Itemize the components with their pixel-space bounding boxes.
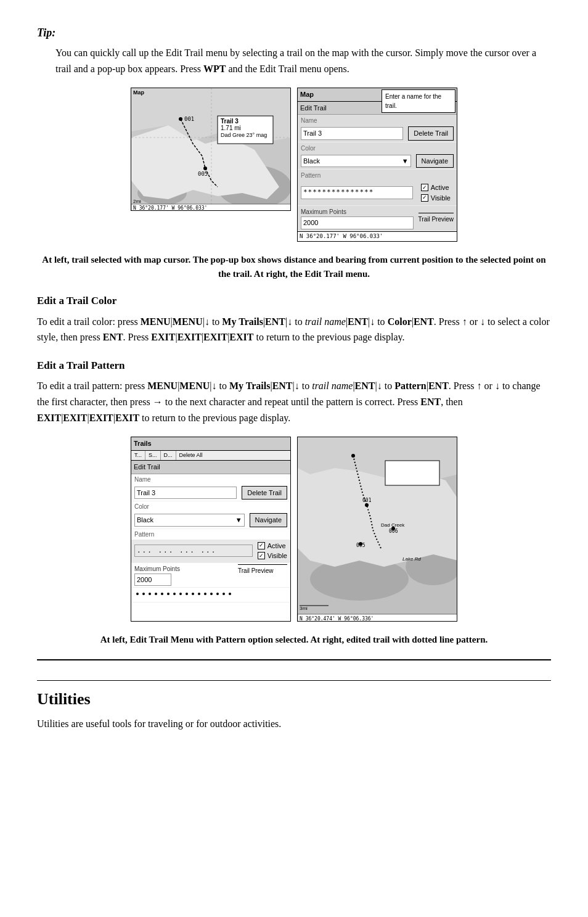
svg-text:1.71 mi: 1.71 mi [221, 125, 241, 131]
right-map-screenshot-2: Map Trail 3 2.24 mi 29° mag 001 Dad Cree… [297, 437, 457, 622]
ent-key-1: ENT [265, 316, 285, 327]
exit-key-1: EXIT [151, 332, 175, 342]
pattern-field-2[interactable]: ... ... ... ... [134, 545, 253, 557]
pattern-label: Pattern [298, 170, 457, 180]
max-points-label-2: Maximum Points [134, 564, 233, 574]
svg-point-34 [229, 593, 231, 595]
tab-4: Delete All [176, 451, 206, 461]
right-map-svg-2: Map Trail 3 2.24 mi 29° mag 001 Dad Cree… [298, 437, 457, 622]
visible-checkbox-2[interactable]: ✓ Visible [258, 551, 287, 561]
svg-point-31 [210, 593, 213, 595]
left-map-svg: Trail 3 1.71 mi Dad Gree 23° mag 001 005… [131, 88, 291, 211]
caption-1: At left, trail selected with map cursor.… [37, 253, 551, 281]
svg-point-25 [173, 593, 176, 595]
color-field[interactable]: Black ▼ [301, 155, 411, 168]
pattern-field[interactable]: *************** [301, 186, 413, 199]
svg-text:Map: Map [133, 89, 145, 96]
exit-key-p4: EXIT [115, 413, 139, 423]
trails-menu-title: Trails [134, 440, 152, 447]
svg-text:N 36°20.177'  W 96°06.033': N 36°20.177' W 96°06.033' [133, 205, 207, 211]
name-field[interactable]: Trail 3 [301, 127, 403, 140]
svg-text:Trail 3: Trail 3 [221, 118, 239, 125]
trail-preview-dots [131, 588, 290, 602]
color-row-2: Black ▼ Navigate [131, 512, 290, 529]
name-field-2[interactable]: Trail 3 [134, 487, 237, 500]
tip-wpt: WPT [203, 64, 226, 74]
trail-preview-label: Trail Preview [419, 213, 454, 224]
svg-point-32 [216, 593, 219, 595]
screenshots-row-1: Trail 3 1.71 mi Dad Gree 23° mag 001 005… [37, 88, 551, 242]
svg-point-27 [186, 593, 188, 595]
max-points-field[interactable]: 2000 [301, 216, 414, 229]
svg-point-26 [179, 593, 182, 595]
svg-point-11 [179, 117, 182, 121]
ent-key-3: ENT [414, 316, 434, 327]
svg-text:N 36°20.474'  W 96°06.336': N 36°20.474' W 96°06.336' [300, 616, 374, 622]
coords-text: N 36°20.177' W 96°06.033' [300, 232, 383, 241]
section-pattern-body: To edit a trail pattern: press MENU|MENU… [37, 378, 551, 426]
menu-key-1: MENU [141, 316, 171, 327]
svg-point-22 [155, 593, 157, 595]
section-heading-pattern: Edit a Trail Pattern [37, 358, 551, 374]
pattern-label-2: Pattern [131, 529, 290, 540]
max-points-field-2[interactable]: 2000 [134, 574, 171, 586]
name-label-2: Name [131, 474, 290, 485]
svg-point-29 [198, 593, 200, 595]
coords-bar-right: N 36°20.177' W 96°06.033' [298, 231, 457, 242]
empty-row [131, 602, 290, 611]
screenshots-row-2: Trails T... S... D... Delete All Edit Tr… [37, 437, 551, 622]
svg-point-50 [391, 527, 395, 530]
tab-1: T... [131, 451, 145, 461]
menu-key-2: MENU [173, 316, 203, 327]
left-map-screenshot: Trail 3 1.71 mi Dad Gree 23° mag 001 005… [131, 88, 291, 211]
tip-section: Tip: You can quickly call up the Edit Tr… [37, 25, 551, 76]
trails-menu-screenshot: Trails T... S... D... Delete All Edit Tr… [131, 437, 291, 622]
tooltip-box: Enter a name for the trail. [382, 89, 455, 113]
active-checkbox[interactable]: ✓ Active [421, 183, 451, 193]
section-heading-color: Edit a Trail Color [37, 293, 551, 309]
active-checkbox-2[interactable]: ✓ Active [258, 541, 287, 551]
svg-point-20 [142, 593, 145, 595]
exit-key-2: EXIT [178, 332, 202, 342]
tab-3: D... [161, 451, 176, 461]
navigate-btn[interactable]: Navigate [416, 154, 454, 168]
svg-text:Lake Rd: Lake Rd [402, 556, 421, 562]
my-trails-key: My Trails [222, 316, 263, 327]
max-points-label: Maximum Points [301, 207, 414, 216]
color-label-2: Color [131, 501, 290, 512]
ent-key-p3: ENT [428, 380, 449, 391]
svg-point-24 [167, 593, 169, 595]
color-field-2[interactable]: Black ▼ [134, 514, 245, 527]
pattern-key: Pattern [394, 380, 427, 391]
tab-2: S... [145, 451, 161, 461]
caption-2: At left, Edit Trail Menu with Pattern op… [37, 633, 551, 647]
edit-trail-title: Edit Trail [300, 104, 327, 112]
color-row: Black ▼ Navigate [298, 153, 457, 170]
tooltip-text: Enter a name for the trail. [385, 93, 441, 109]
pattern-row: *************** ✓ Active ✓ Visible [298, 180, 457, 206]
svg-text:Dad Gree 23° mag: Dad Gree 23° mag [221, 132, 267, 138]
utilities-text: Utilities are useful tools for traveling… [37, 716, 551, 732]
edit-trail-label-2: Edit Trail [134, 463, 160, 471]
tip-text: You can quickly call up the Edit Trail m… [55, 45, 551, 76]
preview-dots-svg [134, 591, 282, 597]
name-label: Name [298, 115, 457, 125]
section-color-body: To edit a trail color: press MENU|MENU|↓… [37, 314, 551, 345]
right-edit-trail: Map Enter a name for the trail. Edit Tra… [297, 88, 457, 242]
navigate-btn-2[interactable]: Navigate [250, 513, 287, 527]
delete-trail-btn[interactable]: Delete Trail [408, 126, 454, 141]
trail-name-italic: trail name [305, 316, 346, 327]
exit-key-p3: EXIT [89, 413, 113, 423]
svg-point-19 [136, 593, 139, 595]
or-text: or [470, 316, 478, 327]
color-label: Color [298, 142, 457, 153]
checkboxes: ✓ Active ✓ Visible [418, 181, 454, 204]
tip-label: Tip: [37, 25, 551, 41]
ent-key-4: ENT [103, 332, 123, 342]
svg-text:3mi: 3mi [300, 606, 308, 611]
exit-key-p1: EXIT [37, 413, 61, 423]
ent-key-2: ENT [348, 316, 368, 327]
delete-trail-btn-2[interactable]: Delete Trail [242, 486, 287, 500]
svg-text:005: 005 [198, 171, 208, 177]
visible-checkbox[interactable]: ✓ Visible [421, 193, 451, 204]
